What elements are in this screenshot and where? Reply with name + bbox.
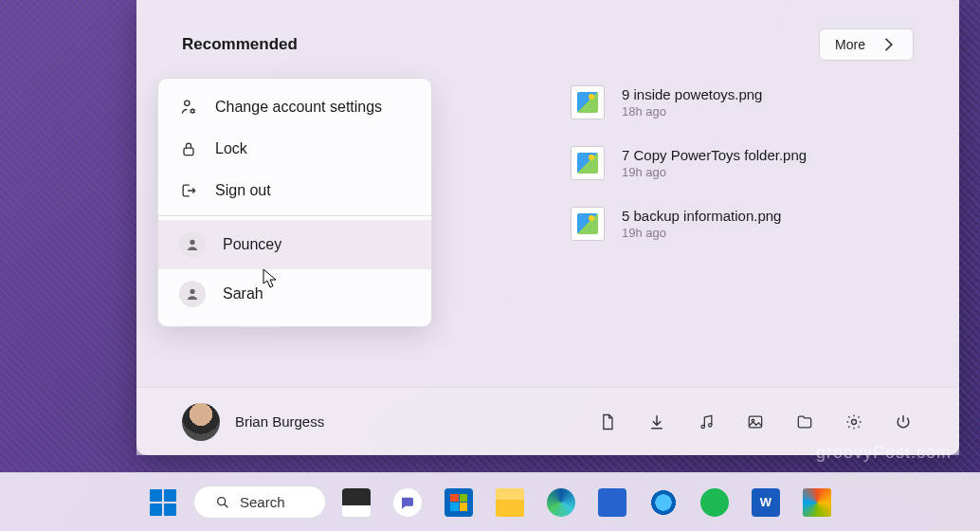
word-button[interactable]: W bbox=[745, 482, 787, 523]
image-file-icon bbox=[571, 85, 605, 119]
watermark: groovyPost.com bbox=[816, 443, 952, 463]
music-icon[interactable] bbox=[696, 412, 717, 432]
file-time: 19h ago bbox=[622, 165, 807, 179]
user-avatar-icon bbox=[179, 281, 206, 307]
image-file-icon bbox=[571, 146, 605, 180]
chat-icon bbox=[393, 488, 422, 517]
documents-icon[interactable] bbox=[597, 412, 618, 432]
folder-icon bbox=[496, 488, 524, 517]
power-icon[interactable] bbox=[893, 412, 914, 432]
task-view-icon bbox=[342, 488, 371, 517]
switch-user-label: Sarah bbox=[223, 285, 263, 302]
store-button[interactable] bbox=[438, 482, 480, 523]
current-user-button[interactable]: Brian Burgess bbox=[182, 403, 324, 441]
recommended-files-list: 9 inside powetoys.png 18h ago 7 Copy Pow… bbox=[571, 80, 807, 241]
user-avatar bbox=[182, 403, 220, 441]
taskbar-search[interactable]: Search bbox=[193, 485, 326, 519]
menu-divider bbox=[158, 215, 431, 216]
powertoys-icon bbox=[803, 488, 831, 517]
svg-point-1 bbox=[191, 110, 194, 113]
file-time: 19h ago bbox=[622, 226, 781, 240]
search-label: Search bbox=[240, 494, 285, 510]
recommended-file[interactable]: 9 inside powetoys.png 18h ago bbox=[571, 85, 807, 119]
cursor-icon bbox=[263, 268, 280, 293]
file-name: 9 inside powetoys.png bbox=[622, 86, 762, 102]
chevron-right-icon bbox=[879, 35, 898, 54]
file-name: 5 backup information.png bbox=[622, 208, 781, 224]
pictures-icon[interactable] bbox=[745, 412, 766, 432]
switch-user-label: Pouncey bbox=[223, 236, 281, 253]
menu-item-label: Change account settings bbox=[215, 99, 382, 116]
edge-icon bbox=[547, 488, 575, 517]
settings-icon[interactable] bbox=[844, 412, 864, 432]
svg-point-10 bbox=[218, 497, 226, 504]
search-icon bbox=[215, 495, 230, 510]
user-display-name: Brian Burgess bbox=[235, 413, 324, 430]
svg-point-5 bbox=[701, 425, 704, 428]
spotify-icon bbox=[700, 488, 729, 517]
settings-app-button[interactable] bbox=[643, 482, 684, 523]
menu-change-account-settings[interactable]: Change account settings bbox=[158, 86, 431, 128]
svg-point-0 bbox=[185, 101, 190, 105]
task-view-button[interactable] bbox=[336, 482, 377, 523]
powertoys-button[interactable] bbox=[796, 482, 838, 523]
edge-button[interactable] bbox=[540, 482, 582, 523]
store-icon bbox=[445, 488, 473, 517]
svg-rect-2 bbox=[184, 148, 193, 156]
chat-button[interactable] bbox=[387, 482, 428, 523]
svg-rect-7 bbox=[749, 416, 761, 428]
gear-icon bbox=[649, 488, 678, 517]
todo-button[interactable] bbox=[591, 482, 633, 523]
file-name: 7 Copy PowerToys folder.png bbox=[622, 147, 807, 163]
todo-icon bbox=[598, 488, 626, 517]
file-explorer-icon[interactable] bbox=[794, 412, 815, 432]
menu-lock[interactable]: Lock bbox=[158, 128, 431, 170]
explorer-button[interactable] bbox=[489, 482, 531, 523]
recommended-file[interactable]: 5 backup information.png 19h ago bbox=[571, 207, 807, 241]
switch-user-pouncey[interactable]: Pouncey bbox=[158, 220, 431, 269]
taskbar: Search W bbox=[0, 472, 980, 531]
recommended-file[interactable]: 7 Copy PowerToys folder.png 19h ago bbox=[571, 146, 807, 180]
more-button-label: More bbox=[835, 37, 865, 52]
image-file-icon bbox=[571, 207, 605, 241]
start-menu-panel: Recommended More Change account settings… bbox=[136, 0, 959, 455]
spotify-button[interactable] bbox=[694, 482, 735, 523]
svg-point-3 bbox=[190, 240, 194, 245]
svg-point-4 bbox=[190, 289, 194, 294]
word-icon: W bbox=[752, 488, 780, 517]
user-gear-icon bbox=[179, 98, 198, 117]
windows-logo-icon bbox=[150, 489, 176, 516]
recommended-heading: Recommended bbox=[182, 35, 298, 54]
signout-icon bbox=[179, 181, 198, 200]
start-button[interactable] bbox=[142, 482, 184, 523]
menu-item-label: Lock bbox=[215, 140, 247, 157]
user-avatar-icon bbox=[179, 231, 206, 258]
more-button[interactable]: More bbox=[819, 28, 914, 61]
downloads-icon[interactable] bbox=[646, 412, 667, 432]
file-time: 18h ago bbox=[622, 104, 762, 119]
menu-sign-out[interactable]: Sign out bbox=[158, 170, 431, 211]
menu-item-label: Sign out bbox=[215, 182, 271, 199]
svg-point-6 bbox=[709, 423, 712, 426]
switch-user-sarah[interactable]: Sarah bbox=[158, 269, 431, 319]
account-context-menu: Change account settings Lock Sign out Po bbox=[157, 78, 432, 327]
svg-point-9 bbox=[852, 419, 857, 424]
lock-icon bbox=[179, 139, 198, 158]
